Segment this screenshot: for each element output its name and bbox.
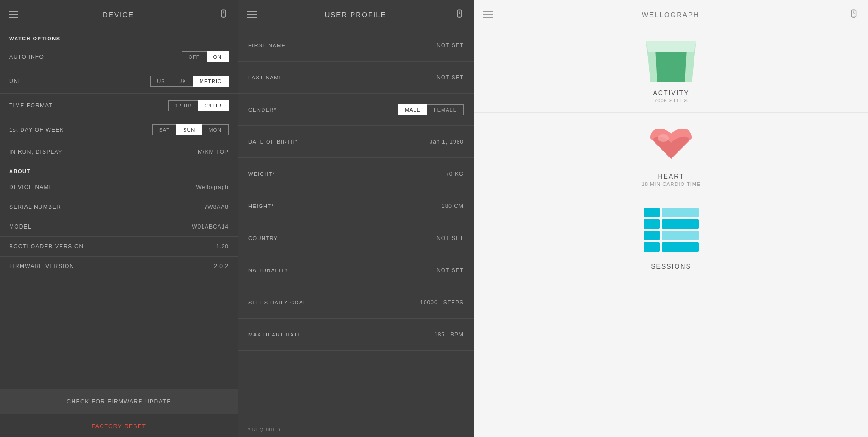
svg-rect-25 <box>644 242 660 252</box>
svg-rect-26 <box>662 242 699 252</box>
unit-uk-btn[interactable]: UK <box>172 76 193 87</box>
device-name-label: DEVICE NAME <box>9 184 53 190</box>
svg-line-9 <box>459 13 460 14</box>
svg-rect-22 <box>662 219 699 229</box>
wellograph-title: WELLOGRAPH <box>642 11 700 18</box>
wellograph-menu-icon[interactable] <box>483 11 493 18</box>
first-day-toggle[interactable]: SAT SUN MON <box>152 124 229 135</box>
svg-point-18 <box>658 134 669 142</box>
gender-row: GENDER* MALE FEMALE <box>238 94 474 126</box>
wellograph-panel: WELLOGRAPH ACTIVITY 7005 STEPS <box>474 0 868 437</box>
factory-reset-button[interactable]: FACTORY RESET <box>0 416 238 437</box>
bootloader-row: BOOTLOADER VERSION 1.20 <box>0 237 238 257</box>
auto-info-toggle[interactable]: OFF ON <box>182 51 229 62</box>
device-watch-icon <box>218 8 229 21</box>
in-run-label: IN RUN, DISPLAY <box>9 149 62 155</box>
firmware-value: 2.0.2 <box>214 263 229 269</box>
weight-value: 70 KG <box>446 171 464 177</box>
steps-goal-label: STEPS DAILY GOAL <box>248 300 307 305</box>
day-sun-btn[interactable]: SUN <box>176 124 202 135</box>
activity-subtitle: 7005 STEPS <box>654 98 688 103</box>
svg-line-14 <box>854 13 855 14</box>
last-name-label: LAST NAME <box>248 75 283 80</box>
first-name-value: NOT SET <box>437 42 464 49</box>
weight-label: WEIGHT* <box>248 171 275 177</box>
heart-card[interactable]: HEART 18 MIN CARDIO TIME <box>474 113 868 196</box>
model-row: MODEL W01ABCA14 <box>0 217 238 237</box>
unit-toggle[interactable]: US UK METRIC <box>150 76 229 87</box>
auto-info-label: AUTO INFO <box>9 54 44 60</box>
firmware-row: FIRMWARE VERSION 2.0.2 <box>0 257 238 276</box>
device-header: DEVICE <box>0 0 238 29</box>
first-name-row[interactable]: FIRST NAME NOT SET <box>238 29 474 62</box>
device-panel: DEVICE WATCH OPTIONS AUTO INFO OFF ON UN… <box>0 0 238 437</box>
weight-row[interactable]: WEIGHT* 70 KG <box>238 158 474 190</box>
required-note: * REQUIRED <box>248 427 280 432</box>
firmware-label: FIRMWARE VERSION <box>9 263 74 269</box>
wellograph-header: WELLOGRAPH <box>474 0 868 29</box>
serial-number-row: SERIAL NUMBER 7W8AA8 <box>0 197 238 217</box>
time-format-label: TIME FORMAT <box>9 102 53 109</box>
auto-info-row: AUTO INFO OFF ON <box>0 45 238 69</box>
gender-female-btn[interactable]: FEMALE <box>427 104 464 115</box>
last-name-value: NOT SET <box>437 74 464 81</box>
first-day-label: 1st DAY OF WEEK <box>9 127 64 133</box>
profile-header: USER PROFILE <box>238 0 474 29</box>
svg-marker-17 <box>646 41 696 52</box>
device-name-value: Wellograph <box>196 184 229 190</box>
day-sat-btn[interactable]: SAT <box>152 124 177 135</box>
unit-label: UNIT <box>9 78 24 84</box>
activity-card[interactable]: ACTIVITY 7005 STEPS <box>474 29 868 113</box>
sessions-icon <box>641 206 701 253</box>
serial-number-value: 7W8AA8 <box>204 204 229 210</box>
sessions-card[interactable]: SESSIONS <box>474 196 868 279</box>
gender-toggle[interactable]: MALE FEMALE <box>398 104 464 115</box>
svg-rect-19 <box>644 208 660 217</box>
country-row[interactable]: COUNTRY NOT SET <box>238 222 474 254</box>
day-mon-btn[interactable]: MON <box>202 124 229 135</box>
activity-title: ACTIVITY <box>653 89 689 96</box>
time-format-toggle[interactable]: 12 HR 24 HR <box>168 100 229 111</box>
max-heart-rate-value: 185 <box>434 331 445 338</box>
heart-subtitle: 18 MIN CARDIO TIME <box>642 181 700 187</box>
sessions-title: SESSIONS <box>651 263 691 270</box>
max-heart-rate-label: MAX HEART RATE <box>248 332 302 337</box>
time-12hr-btn[interactable]: 12 HR <box>168 100 198 111</box>
height-row[interactable]: HEIGHT* 180 CM <box>238 190 474 222</box>
height-label: HEIGHT* <box>248 203 274 209</box>
unit-metric-btn[interactable]: METRIC <box>193 76 229 87</box>
max-heart-rate-row[interactable]: MAX HEART RATE 185 BPM <box>238 319 474 351</box>
heart-title: HEART <box>658 173 684 180</box>
model-value: W01ABCA14 <box>192 224 229 230</box>
dob-row[interactable]: DATE OF BIRTH* Jan 1, 1980 <box>238 126 474 158</box>
in-run-value: M/KM TOP <box>198 149 229 155</box>
watch-options-header: WATCH OPTIONS <box>0 29 238 45</box>
last-name-row[interactable]: LAST NAME NOT SET <box>238 62 474 94</box>
activity-icon <box>641 39 701 84</box>
check-firmware-button[interactable]: CHECK FOR FIRMWARE UPDATE <box>0 389 238 414</box>
steps-goal-unit: STEPS <box>443 299 464 306</box>
svg-rect-20 <box>662 208 699 217</box>
gender-male-btn[interactable]: MALE <box>398 104 427 115</box>
about-header: ABOUT <box>0 162 238 178</box>
model-label: MODEL <box>9 224 32 230</box>
steps-goal-row[interactable]: STEPS DAILY GOAL 10000 STEPS <box>238 286 474 319</box>
nationality-row[interactable]: NATIONALITY NOT SET <box>238 254 474 286</box>
gender-label: GENDER* <box>248 107 277 112</box>
auto-info-on-btn[interactable]: ON <box>207 51 229 62</box>
time-24hr-btn[interactable]: 24 HR <box>198 100 229 111</box>
dob-label: DATE OF BIRTH* <box>248 139 298 145</box>
bootloader-label: BOOTLOADER VERSION <box>9 243 84 250</box>
height-value: 180 CM <box>442 203 464 209</box>
wellograph-watch-icon <box>849 8 859 21</box>
profile-menu-icon[interactable] <box>247 11 257 18</box>
unit-row: UNIT US UK METRIC <box>0 69 238 94</box>
dob-value: Jan 1, 1980 <box>430 139 464 145</box>
auto-info-off-btn[interactable]: OFF <box>182 51 207 62</box>
first-name-label: FIRST NAME <box>248 43 286 48</box>
device-menu-icon[interactable] <box>9 11 18 18</box>
in-run-row: IN RUN, DISPLAY M/KM TOP <box>0 142 238 162</box>
bootloader-value: 1.20 <box>216 243 229 250</box>
max-heart-rate-unit: BPM <box>450 331 464 338</box>
unit-us-btn[interactable]: US <box>150 76 171 87</box>
